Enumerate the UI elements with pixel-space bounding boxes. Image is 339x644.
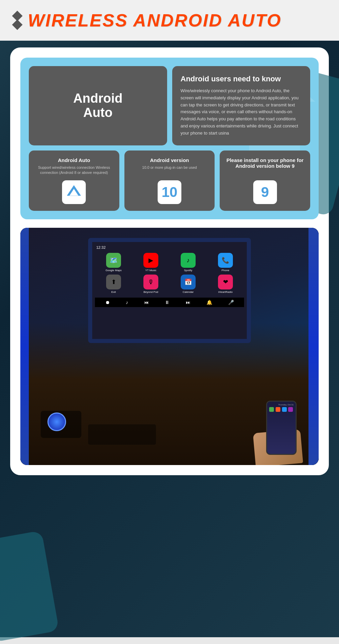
iheart-label: iHeartRadio	[218, 290, 233, 294]
feature-card-1-subtitle: Support wired/wireless connection Wirele…	[34, 165, 114, 176]
playback-circle-icon: ⏺	[105, 300, 110, 305]
bottom-feature-grid: Android Auto Support wired/wireless conn…	[29, 150, 310, 211]
android-auto-logo-box	[62, 180, 86, 204]
info-card-text: Wire/wirelessly connect your phone to An…	[181, 87, 302, 137]
android-auto-card: AndroidAuto	[29, 66, 167, 145]
screen-time: 12:32	[95, 245, 244, 250]
maps-icon: 🗺️	[106, 253, 121, 268]
feature-card-3-title: Please install on your phone for Android…	[225, 157, 305, 169]
feature-card-2-title: Android version	[150, 157, 189, 163]
version-10-box: 10	[158, 180, 181, 204]
playback-prev-icon[interactable]: ⏮	[144, 300, 149, 305]
feature-card-android-auto: Android Auto Support wired/wireless conn…	[29, 150, 119, 211]
feature-card-version-9: Please install on your phone for Android…	[220, 150, 310, 211]
playback-next-icon[interactable]: ⏭	[186, 300, 191, 305]
blue-trim-left	[20, 228, 29, 465]
beyond-label: Beyond Pod	[143, 290, 158, 294]
app-item-calendar[interactable]: 📅 Calendar	[171, 275, 205, 294]
calendar-icon: 📅	[181, 275, 196, 289]
white-card: AndroidAuto Android users need to know W…	[10, 47, 329, 475]
car-screen-mockup: 12:32 🗺️ Google Maps ▶ YT Music	[88, 238, 251, 343]
app-item-maps[interactable]: 🗺️ Google Maps	[96, 253, 131, 272]
version-9-number: 9	[261, 184, 269, 200]
dashboard-controls-center	[88, 424, 156, 445]
car-interior: 12:32 🗺️ Google Maps ▶ YT Music	[20, 228, 319, 465]
app-item-iheart[interactable]: ❤ iHeartRadio	[208, 275, 243, 294]
phone-label: Phone	[221, 269, 229, 272]
decorative-shape-left	[0, 530, 59, 642]
maps-label: Google Maps	[105, 269, 122, 272]
calendar-label: Calendar	[183, 290, 194, 294]
info-card-title: Android users need to know	[181, 75, 302, 83]
phone-date: Thursday, Oct 31	[269, 404, 294, 406]
feature-card-2-subtitle: 10.0 or more plug-in can be used	[142, 165, 197, 170]
phone-app-2	[276, 407, 280, 412]
phone-app-1	[269, 407, 274, 412]
car-image-container: 12:32 🗺️ Google Maps ▶ YT Music	[20, 228, 319, 465]
power-button[interactable]	[47, 412, 66, 431]
feature-section: AndroidAuto Android users need to know W…	[20, 58, 319, 219]
phone-app-4	[288, 407, 293, 412]
app-item-ytmusic[interactable]: ▶ YT Music	[134, 253, 168, 272]
android-auto-logo-icon	[65, 184, 82, 201]
phone-in-hand: Thursday, Oct 31	[237, 370, 305, 465]
spotify-label: Spotify	[184, 269, 192, 272]
android-auto-title: AndroidAuto	[73, 92, 123, 120]
spotify-icon: ♪	[181, 253, 196, 268]
car-section: 12:32 🗺️ Google Maps ▶ YT Music	[20, 228, 319, 465]
app-grid: 🗺️ Google Maps ▶ YT Music ♪ Spotify	[95, 250, 244, 296]
ytmusic-label: YT Music	[145, 269, 156, 272]
app-item-beyond[interactable]: 🎙 Beyond Pod	[134, 275, 168, 294]
app-item-phone[interactable]: 📞 Phone	[208, 253, 243, 272]
phone-app-3	[282, 407, 287, 412]
exit-icon: ⬆	[106, 275, 121, 289]
header: WIRELESS ANDROID AUTO	[0, 0, 339, 41]
feature-card-version-10: Android version 10.0 or more plug-in can…	[124, 150, 215, 211]
top-feature-grid: AndroidAuto Android users need to know W…	[29, 66, 310, 145]
app-item-exit[interactable]: ⬆ Exit	[96, 275, 131, 294]
app-item-spotify[interactable]: ♪ Spotify	[171, 253, 205, 272]
playback-mic-icon[interactable]: 🎤	[228, 300, 234, 305]
phone-device: Thursday, Oct 31	[266, 401, 297, 455]
playback-bell-icon: 🔔	[206, 300, 212, 305]
diamond-icon	[14, 12, 21, 28]
blue-trim-right	[308, 228, 319, 465]
phone-screen: Thursday, Oct 31	[267, 402, 296, 454]
phone-apps	[269, 407, 294, 412]
feature-card-1-title: Android Auto	[58, 157, 90, 163]
main-content: AndroidAuto Android users need to know W…	[0, 41, 339, 637]
info-card: Android users need to know Wire/wireless…	[172, 66, 311, 145]
playback-pause-icon[interactable]: ⏸	[165, 300, 170, 305]
playback-music-icon: ♪	[126, 300, 128, 305]
version-9-box: 9	[253, 180, 277, 204]
playback-bar[interactable]: ⏺ ♪ ⏮ ⏸ ⏭ 🔔 🎤	[95, 298, 244, 307]
iheart-icon: ❤	[218, 275, 233, 289]
phone-icon: 📞	[218, 253, 233, 268]
version-10-number: 10	[162, 184, 178, 200]
diamond-shape-2	[12, 19, 22, 30]
screen-content: 12:32 🗺️ Google Maps ▶ YT Music	[92, 242, 247, 339]
page-title: WIRELESS ANDROID AUTO	[28, 10, 282, 31]
beyond-icon: 🎙	[143, 275, 158, 289]
exit-label: Exit	[111, 290, 116, 294]
ytmusic-icon: ▶	[143, 253, 158, 268]
